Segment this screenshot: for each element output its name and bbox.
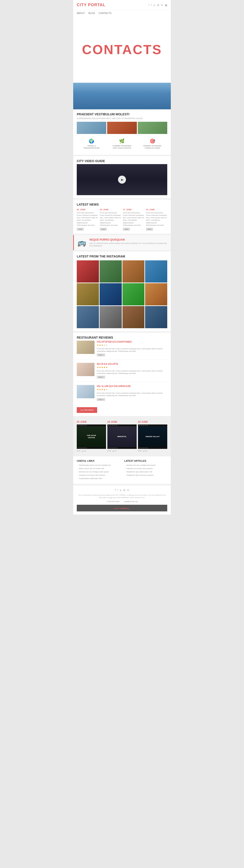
footer: f t p ⊞ in You're receiving this email b…: [73, 485, 171, 515]
review-stars-1: ★★★★★: [97, 344, 167, 347]
pinterest-icon[interactable]: p: [154, 4, 155, 7]
news-section: LATEST NEWS 25. JUNE Proin duis elementv…: [73, 199, 171, 234]
event-comments-1: ☁ 18: [82, 450, 86, 452]
footer-linkedin-icon[interactable]: in: [127, 489, 129, 492]
video-section: CITY VIDEO GUIDE: [73, 156, 171, 198]
event-comments-2: ☁ 15: [112, 450, 117, 452]
film-hole: [82, 447, 83, 448]
feature-row: 🌍 TRAVEL &TRANSPORTATION 🌿 SUMMER PROGRA…: [77, 136, 167, 152]
event-item-1: 25 JUNE THE HOUR VISITOR: [77, 421, 106, 452]
news-text-1: Proin duis elementvel. Fusce euismod con…: [77, 212, 98, 226]
useful-link-5: Suspendisse sollicitudes velit: [77, 477, 120, 480]
film-strip-top-2: [108, 425, 136, 426]
news-date-3: 17. JUNE: [123, 209, 144, 211]
main-headline-section: PRAESENT VESTIBULUM MOLESTI SUSPENDISSE …: [73, 109, 171, 155]
film-hole: [112, 425, 113, 426]
review-content-2: QUI IN EA VOLUPTA ★★★★★ Proin duis eleme…: [97, 363, 167, 378]
nav-blog[interactable]: BLOG: [89, 12, 95, 14]
insta-thumb-7: [122, 283, 145, 305]
footer-contact: +1 800 555 9535 mail@domain.org: [77, 500, 167, 502]
useful-link-1: Pellentesque lorem non per molestie dui: [77, 464, 120, 466]
insta-thumb-3: [122, 260, 145, 282]
facebook-icon[interactable]: f: [149, 4, 149, 7]
footer-twitter-icon[interactable]: t: [117, 489, 118, 492]
news-item-2: 22. JUNE Proin duis elementvel. Fusce eu…: [100, 209, 121, 230]
footer-rss-icon[interactable]: ⊞: [123, 489, 125, 492]
review-image-1: [77, 341, 94, 354]
event-stats-1: ♥ 54 ☁ 18: [77, 450, 106, 452]
nav-about[interactable]: ABOUT: [77, 12, 85, 14]
latest-articles-title: LATEST ARTICLES: [124, 460, 167, 462]
film-hole: [108, 425, 109, 426]
news-btn-1[interactable]: more: [77, 228, 84, 230]
film-title-1: THE HOUR VISITOR: [84, 434, 99, 439]
insta-thumb-2: [100, 260, 122, 282]
logo: CITY PORTAL: [77, 3, 105, 7]
film-strip-top-3: [138, 425, 167, 426]
footer-pinterest-icon[interactable]: p: [120, 489, 121, 492]
video-container[interactable]: [77, 164, 167, 195]
film-hole: [85, 447, 87, 448]
instagram-icon[interactable]: ▣: [165, 4, 167, 7]
rss-icon[interactable]: ⊞: [157, 4, 159, 7]
review-stars-2: ★★★★★: [97, 366, 167, 369]
review-image-3: [77, 385, 94, 398]
play-button[interactable]: [118, 176, 126, 184]
news-btn-4[interactable]: more: [146, 228, 153, 230]
insta-thumb-4: [145, 260, 167, 282]
article-link-1: Aenean nec arcu volutpat eros ipsum: [124, 464, 167, 466]
useful-link-4: Faucibus orci luctus ulric posuere: [77, 474, 120, 476]
review-title-2: QUI IN EA VOLUPTA: [97, 363, 167, 365]
summer-icon: 🌿: [108, 138, 136, 144]
event-item-3: 22 JUNE HIDDEN VALLEY: [138, 421, 167, 452]
film-hole: [108, 447, 109, 448]
film-hole: [110, 425, 111, 426]
footer-email-text: You're receiving this email because you …: [77, 494, 167, 499]
footer-brand-portal: PORTAL: [120, 507, 130, 509]
review-text-2: Proin duis element wisi. Fusce euismod c…: [97, 370, 167, 375]
film-hole: [116, 425, 117, 426]
film-hole: [80, 447, 81, 448]
travel-icon: 🌍: [78, 138, 105, 144]
bottom-grid: USEFUL LINKS Pellentesque lorem non per …: [77, 460, 167, 481]
thumb-city2: [107, 122, 136, 134]
footer-phone: +1 800 555 9535: [106, 500, 119, 502]
article-link-3: Rutabenim quis ullamcorper velit: [124, 471, 167, 473]
insta-thumb-6: [100, 283, 122, 305]
event-likes-1: ♥ 54: [77, 450, 80, 452]
insta-thumb-11: [122, 306, 145, 328]
review-btn-1[interactable]: more »: [97, 353, 105, 356]
film-hole: [139, 425, 140, 426]
latest-articles-list: Aenean nec arcu volutpat eros ipsum Fauc…: [124, 464, 167, 476]
film-hole: [114, 425, 115, 426]
news-btn-3[interactable]: more: [123, 228, 130, 230]
review-content-3: VEL ILLUM QUI DOLOREM EUM ★★★★★ Proin du…: [97, 385, 167, 401]
all-reviews-button[interactable]: ALL REVIEWS: [77, 407, 97, 413]
main-title: PRAESENT VESTIBULUM MOLESTI: [77, 113, 167, 116]
review-text-3: Proin duis element wisi. Fusce euismod c…: [97, 392, 167, 397]
linkedin-icon[interactable]: in: [161, 4, 163, 7]
nav-contacts[interactable]: CONTACTS: [99, 12, 112, 14]
economic-icon: 🎯: [139, 138, 166, 144]
bottom-section: USEFUL LINKS Pellentesque lorem non per …: [73, 456, 171, 484]
twitter-icon[interactable]: t: [151, 4, 152, 7]
article-link-2: Faucibus orci luctus ulric posuere: [124, 467, 167, 470]
film-hole: [80, 425, 81, 426]
review-btn-2[interactable]: more »: [97, 376, 105, 378]
review-item-3: VEL ILLUM QUI DOLOREM EUM ★★★★★ Proin du…: [77, 385, 167, 404]
useful-links-list: Pellentesque lorem non per molestie dui …: [77, 464, 120, 480]
news-btn-2[interactable]: more: [100, 228, 107, 230]
film-title-2: IMMORTAL: [117, 435, 127, 438]
review-btn-3[interactable]: more »: [97, 398, 105, 401]
nav: ABOUT BLOG CONTACTS: [73, 10, 171, 16]
event-comments-3: ☁ 09: [143, 450, 147, 452]
film-hole: [139, 447, 140, 448]
review-title-1: VOLUPTATEM ACCUSANTIUMED: [97, 341, 167, 343]
instagram-section: LATEST FROM THE INSTAGRAM: [73, 251, 171, 331]
hero-image: [73, 83, 171, 109]
events-section: 25 JUNE THE HOUR VISITOR: [73, 417, 171, 455]
logo-city: CITY: [77, 3, 87, 7]
footer-facebook-icon[interactable]: f: [115, 489, 116, 492]
film-hole: [82, 425, 83, 426]
event-stats-3: ♥ 64 ☁ 09: [138, 450, 167, 452]
